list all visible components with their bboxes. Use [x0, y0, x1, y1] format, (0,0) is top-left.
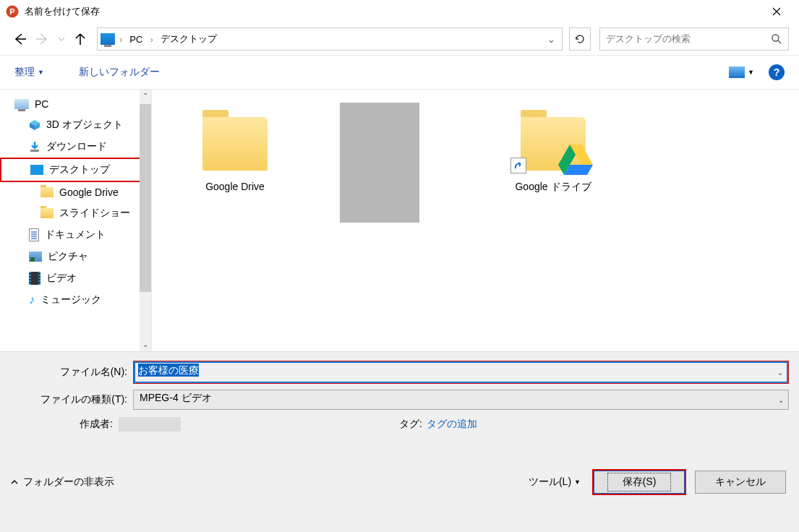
- tags-label: タグ:: [399, 418, 422, 431]
- cancel-button[interactable]: キャンセル: [695, 471, 786, 494]
- recent-dropdown[interactable]: [56, 30, 67, 48]
- meta-row: 作成者: タグ: タグの追加: [10, 417, 789, 432]
- breadcrumb-desktop[interactable]: デスクトップ: [158, 31, 220, 47]
- view-options-button[interactable]: ▼: [729, 66, 754, 78]
- tree-videos[interactable]: ビデオ: [0, 267, 151, 289]
- nav-bar: › PC › デスクトップ ⌄ デスクトップの検索: [0, 23, 799, 55]
- powerpoint-icon: P: [6, 5, 19, 18]
- title-bar: P 名前を付けて保存: [0, 0, 799, 23]
- pc-icon: [101, 33, 115, 45]
- scrollbar[interactable]: ⌃ ⌄: [140, 90, 151, 351]
- filetype-label: ファイルの種類(T):: [10, 393, 133, 406]
- chevron-down-icon[interactable]: ⌄: [778, 396, 784, 404]
- folder-icon: [521, 117, 586, 171]
- shortcut-icon: [510, 158, 526, 173]
- pc-icon: [14, 99, 29, 109]
- filename-input[interactable]: お客様の医療⌄: [134, 362, 787, 382]
- folder-icon: [40, 208, 54, 218]
- svg-text:P: P: [9, 7, 14, 16]
- new-folder-button[interactable]: 新しいフォルダー: [79, 66, 160, 79]
- view-icon: [729, 66, 745, 78]
- svg-rect-6: [30, 150, 39, 152]
- chevron-down-icon: ▼: [574, 479, 581, 486]
- picture-icon: [29, 252, 42, 262]
- body-area: PC 3D オブジェクト ダウンロード デスクトップ Google Drive …: [0, 90, 799, 351]
- filetype-select[interactable]: MPEG-4 ビデオ⌄: [133, 390, 789, 410]
- tree-google-drive[interactable]: Google Drive: [0, 182, 151, 202]
- folder-tree: PC 3D オブジェクト ダウンロード デスクトップ Google Drive …: [0, 90, 152, 351]
- tags-add[interactable]: タグの追加: [427, 418, 477, 431]
- tree-slideshow[interactable]: スライドショー: [0, 202, 151, 224]
- tree-pictures[interactable]: ピクチャ: [0, 246, 151, 267]
- tree-pc[interactable]: PC: [0, 94, 151, 114]
- scroll-up-icon[interactable]: ⌃: [140, 90, 151, 103]
- tree-downloads[interactable]: ダウンロード: [0, 136, 151, 158]
- folder-icon: [40, 187, 54, 197]
- tree-desktop[interactable]: デスクトップ: [0, 158, 151, 182]
- toolbar: 整理 ▼ 新しいフォルダー ▼ ?: [0, 55, 799, 90]
- document-icon: [29, 228, 39, 241]
- content-pane: Google Drive Google ドライブ: [152, 90, 799, 351]
- scroll-down-icon[interactable]: ⌄: [140, 338, 151, 351]
- up-button[interactable]: [71, 30, 90, 48]
- button-row: フォルダーの非表示 ツール(L) ▼ 保存(S) キャンセル: [10, 471, 789, 494]
- window-title: 名前を付けて保存: [25, 5, 100, 18]
- author-label: 作成者:: [10, 418, 119, 431]
- chevron-right-icon[interactable]: ›: [147, 34, 155, 45]
- chevron-down-icon: ▼: [38, 69, 44, 76]
- music-icon: ♪: [29, 293, 35, 306]
- chevron-up-icon: [10, 478, 19, 486]
- search-input[interactable]: デスクトップの検索: [599, 27, 789, 51]
- close-icon: [772, 7, 781, 16]
- scroll-thumb[interactable]: [140, 104, 151, 292]
- tools-button[interactable]: ツール(L) ▼: [529, 476, 581, 489]
- video-icon: [29, 272, 40, 285]
- svg-point-4: [772, 35, 779, 41]
- chevron-down-icon[interactable]: ⌄: [543, 34, 559, 45]
- save-button[interactable]: 保存(S): [594, 471, 685, 494]
- filename-highlight: お客様の医療⌄: [133, 361, 789, 384]
- breadcrumb-pc[interactable]: PC: [127, 33, 145, 46]
- cube-icon: [29, 119, 40, 131]
- search-icon: [771, 33, 782, 45]
- tree-music[interactable]: ♪ミュージック: [0, 289, 151, 311]
- content-item-google-drive-jp[interactable]: Google ドライブ: [499, 103, 607, 194]
- close-button[interactable]: [760, 0, 793, 23]
- organize-button[interactable]: 整理: [14, 66, 35, 79]
- tree-3d-objects[interactable]: 3D オブジェクト: [0, 114, 151, 136]
- desktop-icon: [30, 165, 43, 175]
- author-field[interactable]: [119, 417, 181, 432]
- search-placeholder: デスクトップの検索: [606, 33, 691, 46]
- filename-row: ファイル名(N): お客様の医療⌄: [10, 361, 789, 384]
- refresh-button[interactable]: [569, 27, 591, 51]
- content-item-image[interactable]: [340, 103, 448, 223]
- filename-label: ファイル名(N):: [10, 366, 133, 379]
- forward-button[interactable]: [33, 30, 52, 48]
- back-button[interactable]: [10, 30, 29, 48]
- chevron-right-icon[interactable]: ›: [116, 34, 125, 45]
- breadcrumb[interactable]: › PC › デスクトップ ⌄: [97, 27, 563, 51]
- svg-line-5: [778, 40, 781, 43]
- tree-documents[interactable]: ドキュメント: [0, 224, 151, 246]
- chevron-down-icon: ▼: [748, 69, 754, 76]
- chevron-down-icon[interactable]: ⌄: [777, 369, 783, 377]
- download-icon: [29, 141, 40, 153]
- image-thumbnail: [340, 103, 419, 223]
- help-button[interactable]: ?: [769, 64, 785, 80]
- google-drive-icon: [558, 145, 593, 175]
- hide-folders-button[interactable]: フォルダーの非表示: [10, 476, 114, 489]
- content-item-google-drive[interactable]: Google Drive: [181, 103, 289, 192]
- bottom-panel: ファイル名(N): お客様の医療⌄ ファイルの種類(T): MPEG-4 ビデオ…: [0, 351, 799, 532]
- filetype-row: ファイルの種類(T): MPEG-4 ビデオ⌄: [10, 390, 789, 410]
- folder-icon: [202, 117, 268, 171]
